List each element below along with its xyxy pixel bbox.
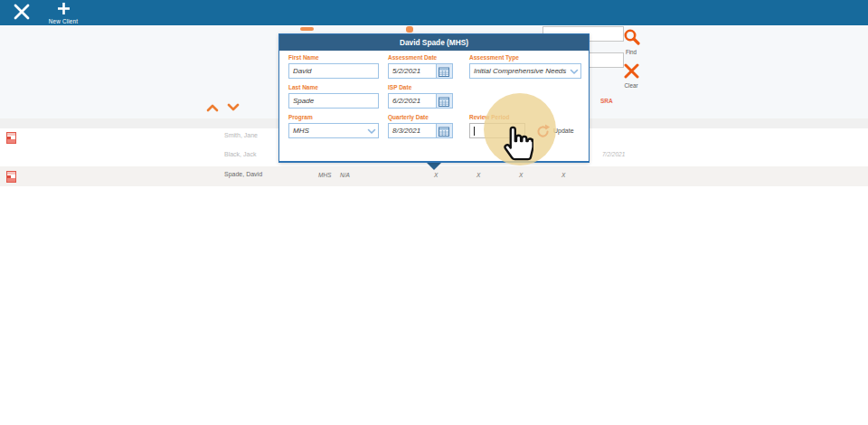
chevron-down-icon [570, 69, 579, 75]
dialog-pointer [426, 162, 442, 170]
mark-x: X [561, 172, 565, 178]
calendar-icon[interactable] [436, 64, 452, 78]
sort-up-icon[interactable] [206, 103, 219, 112]
sort-down-icon[interactable] [227, 103, 240, 112]
clear-x-icon [624, 63, 639, 79]
find-label: Find [619, 49, 643, 55]
plus-icon [57, 2, 71, 15]
clear-button[interactable]: Clear [619, 63, 643, 89]
refresh-icon [535, 124, 551, 139]
report-icon[interactable] [6, 132, 16, 144]
quarterly-date-label: Quarterly Date [388, 114, 429, 120]
find-button[interactable]: Find [619, 28, 643, 55]
client-date: 7/2/2021 [602, 151, 625, 157]
update-button[interactable]: Update [535, 124, 551, 143]
mark-x: X [519, 172, 523, 178]
program-select[interactable]: MHS [288, 123, 379, 138]
chevron-down-icon [367, 128, 376, 135]
review-period-label: Review Period [469, 114, 509, 120]
assessment-date-field[interactable]: 5/2/2021 [388, 63, 453, 79]
assessment-date-label: Assessment Date [388, 54, 437, 61]
assessment-type-select[interactable]: Initial Comprehensive Needs [469, 63, 581, 79]
new-client-label: New Client [40, 18, 87, 24]
assessment-type-label: Assessment Type [469, 54, 519, 61]
calendar-icon[interactable] [436, 94, 452, 108]
client-name[interactable]: Spade, David [224, 171, 262, 177]
close-icon[interactable] [14, 4, 30, 20]
mark-x: X [434, 172, 438, 178]
isp-date-field[interactable]: 6/2/2021 [388, 93, 453, 109]
report-icon[interactable] [6, 171, 16, 183]
update-label: Update [553, 128, 574, 134]
clear-label: Clear [619, 82, 643, 89]
last-name-field[interactable] [288, 93, 379, 109]
review-period-field[interactable] [469, 123, 525, 138]
obscured-label-fragment [406, 26, 413, 33]
client-name[interactable]: Black, Jack [224, 151, 256, 157]
sort-arrows[interactable] [206, 99, 240, 116]
calendar-icon[interactable] [436, 124, 452, 137]
dialog-title: David Spade (MHS) [279, 34, 589, 51]
client-name[interactable]: Smith, Jane [224, 132, 258, 138]
mark-x: X [476, 172, 480, 178]
client-program: MHS [318, 172, 331, 178]
text-caret [474, 127, 475, 136]
first-name-label: First Name [288, 54, 319, 61]
program-label: Program [288, 114, 313, 120]
column-header-sra: SRA [600, 98, 613, 104]
toolbar: New Client [0, 0, 868, 26]
quarterly-date-field[interactable]: 8/3/2021 [388, 123, 453, 138]
search-icon [623, 28, 640, 45]
last-name-label: Last Name [288, 84, 318, 90]
new-client-button[interactable]: New Client [40, 0, 87, 25]
obscured-label-fragment [300, 27, 314, 31]
first-name-field[interactable] [288, 63, 379, 79]
client-edit-dialog: David Spade (MHS) First Name Assessment … [278, 33, 590, 163]
isp-date-label: ISP Date [388, 84, 411, 90]
app-window: New Client Find Clear SRA Smith, Jane [0, 0, 868, 425]
client-na: N/A [340, 172, 350, 178]
